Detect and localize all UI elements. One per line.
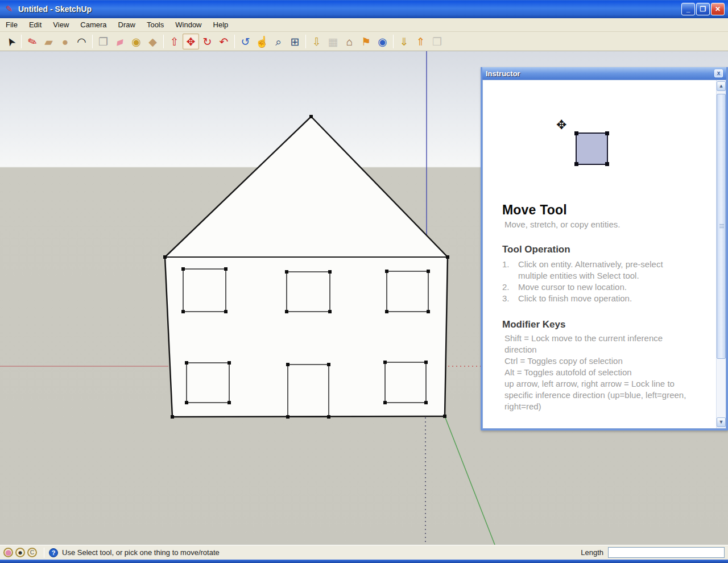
rotate-arrows-icon: ↻: [203, 36, 212, 47]
claim-credit-icon[interactable]: C: [27, 548, 37, 557]
google-earth-button[interactable]: ◉: [374, 34, 391, 49]
menu-view[interactable]: View: [47, 19, 75, 31]
square-corner-dot: [605, 162, 609, 166]
instructor-title-bar[interactable]: Instructor x: [482, 67, 726, 80]
animated-square: [576, 133, 608, 165]
geolocation-status-icon[interactable]: ⬤: [3, 548, 13, 557]
eraser-icon: ▰: [114, 35, 125, 48]
toggle-terrain-button[interactable]: ▦: [325, 34, 341, 49]
menu-window[interactable]: Window: [169, 19, 207, 31]
square-corner-dot: [574, 131, 578, 135]
menu-tools[interactable]: Tools: [141, 19, 169, 31]
eraser-tool-button[interactable]: ▰: [111, 34, 128, 49]
length-label: Length: [581, 548, 603, 557]
instructor-content: ✥ Move Tool Move, stretch, or copy entit…: [482, 80, 726, 429]
pan-hand-icon: ☝: [255, 36, 269, 47]
length-input[interactable]: [608, 547, 725, 558]
offset-arrow-icon: ↶: [220, 36, 229, 47]
scrollbar-grip: [719, 224, 724, 229]
share-component-icon: ❒: [432, 36, 442, 47]
minimize-button[interactable]: _: [681, 3, 695, 15]
orbit-tool-button[interactable]: ↺: [237, 34, 254, 49]
move-tool-button[interactable]: ✥: [183, 34, 199, 49]
tool-operation-steps: Click on entity. Alternatively, pre-sele…: [502, 259, 716, 304]
statusbar-separator: [44, 548, 44, 558]
status-message: Use Select tool, or pick one thing to mo…: [62, 548, 220, 557]
share-component-button[interactable]: ❒: [429, 34, 445, 49]
toolbar-separator: [393, 35, 394, 48]
circle-tool-button[interactable]: ●: [57, 34, 73, 49]
tool-name-heading: Move Tool: [502, 202, 716, 218]
green-axis-line: [445, 416, 495, 545]
rotate-tool-button[interactable]: ↻: [199, 34, 216, 49]
house-facade[interactable]: [165, 117, 448, 417]
zoom-extents-button[interactable]: ⊞: [287, 34, 303, 49]
menu-camera[interactable]: Camera: [75, 19, 112, 31]
terrain-icon: ▦: [328, 36, 338, 47]
magnifier-icon: ⌕: [275, 36, 282, 47]
get-models-button[interactable]: ⇓: [396, 34, 412, 49]
title-bar: ✎ Untitled - SketchUp _ ❐ ✕: [0, 0, 728, 18]
scroll-up-button[interactable]: ▲: [717, 81, 726, 91]
photo-textures-button[interactable]: ⚑: [358, 34, 374, 49]
modifier-keys-list: Shift = Lock move to the current inferen…: [504, 333, 695, 412]
building-icon: ⌂: [346, 36, 353, 47]
menu-file[interactable]: File: [0, 19, 23, 31]
paint-bucket-button[interactable]: ◆: [144, 34, 161, 49]
toolbar: ➤ ✎ ▰ ● ◠ ❐ ▰ ◉ ◆ ⇧ ✥ ↻ ↶ ↺ ☝ ⌕ ⊞ ⇩ ▦ ⌂ …: [0, 32, 728, 51]
push-pull-button[interactable]: ⇧: [166, 34, 183, 49]
modifier-line: Ctrl = Toggles copy of selection: [504, 355, 695, 367]
upload-model-icon: ⇑: [416, 36, 425, 47]
make-component-button[interactable]: ❐: [95, 34, 111, 49]
scroll-down-button[interactable]: ▼: [717, 417, 726, 427]
step-item: Click to finish move operation.: [502, 293, 679, 304]
move-cursor-icon: ✥: [556, 118, 566, 133]
square-corner-dot: [605, 131, 609, 135]
tool-description: Move, stretch, or copy entities.: [504, 220, 716, 229]
scrollbar-thumb[interactable]: [717, 94, 726, 359]
orbit-icon: ↺: [241, 36, 250, 47]
rectangle-tool-button[interactable]: ▰: [40, 34, 57, 49]
instructor-scrollbar[interactable]: ▲ ▼: [716, 80, 726, 428]
help-icon[interactable]: ?: [49, 548, 58, 557]
share-model-button[interactable]: ⇑: [412, 34, 429, 49]
tool-operation-heading: Tool Operation: [502, 244, 716, 255]
menu-draw[interactable]: Draw: [113, 19, 141, 31]
sketchup-app-icon: ✎: [3, 3, 15, 15]
move-arrows-icon: ✥: [187, 36, 196, 47]
instructor-title: Instructor: [486, 69, 520, 78]
instructor-panel: Instructor x ✥ Move Tool Move, stretch, …: [481, 67, 728, 430]
close-button[interactable]: ✕: [711, 3, 725, 15]
add-location-button[interactable]: ⇩: [308, 34, 325, 49]
arc-tool-button[interactable]: ◠: [73, 34, 90, 49]
credit-attribution-icon[interactable]: ☻: [15, 548, 25, 557]
zoom-extents-icon: ⊞: [291, 36, 300, 47]
menu-help[interactable]: Help: [208, 19, 234, 31]
select-tool-button[interactable]: ➤: [2, 34, 19, 49]
tape-measure-icon: ◉: [131, 36, 141, 47]
toolbar-separator: [305, 35, 306, 48]
menu-bar: File Edit View Camera Draw Tools Window …: [0, 18, 728, 32]
pan-tool-button[interactable]: ☝: [254, 34, 270, 49]
window-title: Untitled - SketchUp: [18, 5, 92, 14]
add-building-button[interactable]: ⌂: [341, 34, 358, 49]
push-pull-arrow-icon: ⇧: [170, 36, 179, 47]
zoom-tool-button[interactable]: ⌕: [270, 34, 287, 49]
tape-measure-button[interactable]: ◉: [128, 34, 144, 49]
modifier-line: Alt = Toggles autofold of selection: [504, 367, 695, 378]
move-tool-animation: ✥: [502, 80, 716, 202]
instructor-close-button[interactable]: x: [714, 69, 723, 77]
line-tool-button[interactable]: ✎: [24, 34, 40, 49]
step-item: Move cursor to new location.: [502, 282, 679, 293]
square-corner-dot: [574, 162, 578, 166]
restore-button[interactable]: ❐: [696, 3, 710, 15]
menu-edit[interactable]: Edit: [23, 19, 47, 31]
toolbar-separator: [234, 35, 235, 48]
arc-icon: ◠: [77, 36, 86, 47]
paint-bucket-icon: ◆: [148, 36, 157, 47]
offset-tool-button[interactable]: ↶: [216, 34, 232, 49]
add-location-icon: ⇩: [312, 36, 321, 47]
pencil-icon: ✎: [26, 35, 38, 48]
window-bottom-border: [0, 560, 728, 563]
toolbar-separator: [163, 35, 164, 48]
